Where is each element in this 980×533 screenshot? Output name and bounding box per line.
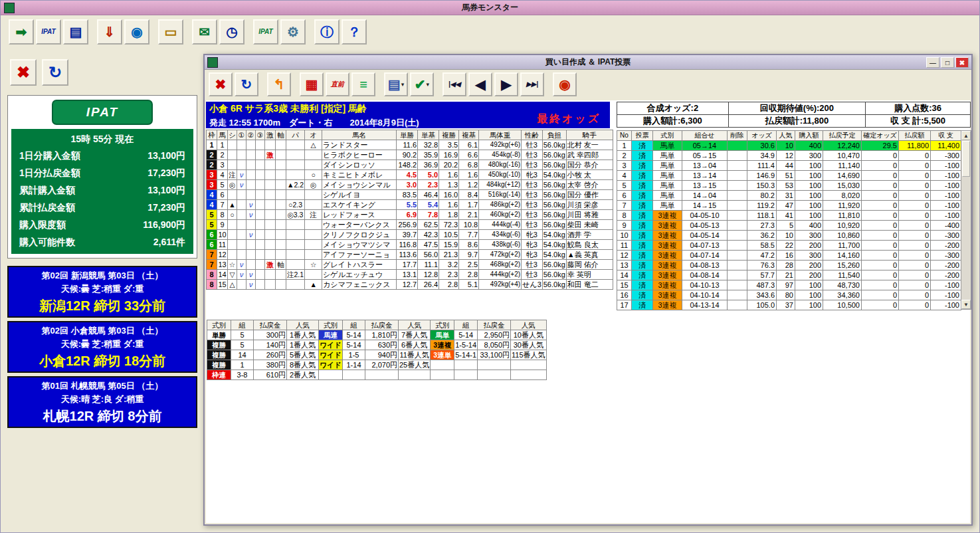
payout-col-header: 組	[343, 320, 365, 330]
status-row: 1日分払戻金額17,230円	[11, 165, 193, 182]
race-panel-3[interactable]: 第01回 札幌競馬 第05日 （土）天候:晴 芝:良 ダ:稍重札幌12R 締切 …	[7, 376, 197, 428]
first-race-button[interactable]: |◀◀	[442, 72, 466, 96]
next-race-button[interactable]: ▶	[494, 72, 518, 96]
bet-row-11[interactable]: 11済3連複04-07-1358.52220011,70000-200	[617, 241, 961, 251]
clock-button[interactable]: ◷	[219, 19, 245, 45]
horse-row-2[interactable]: 22激ヒラボクヒーロー90.235.916.96.6454kg(-8)牡356.…	[207, 150, 613, 160]
bet-row-7[interactable]: 7済馬単14→15119.24710011,92000-100	[617, 201, 961, 211]
payout-cell: 0	[899, 261, 931, 270]
odds-sheet-button[interactable]: ▦	[300, 72, 324, 96]
jockey-cell: 柴田 未崎	[566, 220, 613, 230]
bet-row-6[interactable]: 6済馬単14→0480.2311008,02000-100	[617, 191, 961, 201]
horse-row-5[interactable]: 35◎ν▲2.2◎メイショウシンマル3.02.31.31.2484kg(+12)…	[207, 180, 613, 190]
web-button[interactable]: ◉	[124, 19, 149, 45]
payout-amount-cell: 33,100円	[478, 350, 511, 360]
horse-row-3[interactable]: 23ダイシンロッソ148.236.920.26.8480kg(-16)牡356.…	[207, 160, 613, 170]
bet-row-9[interactable]: 9済3連複04-05-1327.3540010,92000-400	[617, 221, 961, 231]
bet-table-scrollbar[interactable]: ▲ ▼	[961, 130, 971, 310]
horse-row-1[interactable]: 11△ランドスター11.632.83.56.1492kg(+6)牡356.0kg…	[207, 140, 613, 150]
ipat-info-button[interactable]: IPAT	[36, 19, 61, 45]
payout-type-cell: 複勝	[207, 360, 231, 370]
delete-cell	[728, 161, 747, 171]
folder-button[interactable]: ▭	[158, 19, 183, 45]
scroll-up-icon[interactable]: ▲	[961, 131, 971, 140]
scrollbar-thumb[interactable]	[962, 141, 970, 177]
horse-row-8[interactable]: 58○ν◎3.3注レッドフォース6.97.81.82.1460kg(+2)牡35…	[207, 210, 613, 220]
amount-cell: 100	[795, 290, 823, 300]
undo-button[interactable]: ↰	[267, 72, 291, 96]
bet-row-15[interactable]: 15済3連複04-10-13487.39710048,73000-100	[617, 280, 961, 290]
ipat-vote-button[interactable]: IPAT	[253, 19, 278, 45]
bet-row-1[interactable]: 1済馬単05→1430.61040012,24029.511,80011,400	[617, 141, 961, 151]
bet-row-4[interactable]: 4済馬単13→14146.95110014,69000-100	[617, 171, 961, 181]
bet-row-8[interactable]: 8済3連複04-05-10118.14110011,81000-100	[617, 211, 961, 221]
bet-row-12[interactable]: 12済3連複04-07-1447.21630014,16000-300	[617, 251, 961, 261]
mark-cell	[246, 220, 256, 230]
bet-row-14[interactable]: 14済3連複04-08-1457.72120011,54000-200	[617, 270, 961, 280]
frame-number-cell: 2	[207, 150, 217, 160]
bet-col-header: 払戻額	[899, 131, 931, 141]
bet-row-17[interactable]: 17済3連複04-13-14105.03710010,50000-100	[617, 300, 961, 310]
mark-list-button[interactable]: ≡	[351, 72, 375, 96]
load-cell: 56.0kg	[542, 150, 566, 160]
horse-row-4[interactable]: 34注ν○キミニヒトメボレ4.55.01.61.6450kg(-10)牝354.…	[207, 170, 613, 180]
horse-row-11[interactable]: 611メイショウマツシマ116.847.515.98.6438kg(-6)牝35…	[207, 240, 613, 250]
jockey-cell: 川須 栄彦	[566, 200, 613, 210]
horse-row-12[interactable]: 712アイファーソーニョ113.656.021.39.7472kg(+2)牝35…	[207, 250, 613, 260]
payout-amount-cell: 300円	[254, 330, 287, 340]
help-button[interactable]: ？	[342, 19, 367, 45]
horse-row-6[interactable]: 46シゲルイヨ83.546.416.08.4516kg(-14)牡356.0kg…	[207, 190, 613, 200]
exit-button[interactable]: ➡	[9, 19, 34, 45]
bet-row-10[interactable]: 10済3連複04-05-1436.21030010,86000-300	[617, 231, 961, 241]
fixed-odds-cell: 0	[862, 251, 899, 261]
report-button[interactable]: ▤	[63, 19, 88, 45]
bet-no-cell: 13	[617, 261, 632, 270]
maximize-button[interactable]: □	[941, 57, 954, 68]
bet-row-3[interactable]: 3済馬単13→04111.44410011,14000-100	[617, 161, 961, 171]
mark-cell: ν	[246, 210, 256, 220]
bet-row-13[interactable]: 13済3連複04-08-1376.32820015,26000-200	[617, 261, 961, 270]
download-button[interactable]: ⇓	[97, 19, 122, 45]
close-window-button[interactable]: ✖	[955, 57, 969, 68]
expected-payout-cell: 11,810	[823, 211, 862, 221]
exit-icon: ➡	[16, 25, 27, 39]
close-button[interactable]: ✖	[10, 59, 37, 86]
summary-cell: 払戻額計:11,800	[728, 115, 865, 128]
mark-cell	[276, 170, 286, 180]
bet-row-5[interactable]: 5済馬単13→15150.35310015,03000-100	[617, 181, 961, 191]
horse-row-13[interactable]: 713☆ν激軸☆グレイトハスラー17.711.13.22.5468kg(+2)牡…	[207, 260, 613, 270]
horse-row-10[interactable]: 610νクリノフクロクジュ39.742.310.57.7434kg(-6)牝35…	[207, 230, 613, 240]
sex-age-cell: せん3	[522, 280, 543, 290]
race-panel-1[interactable]: 第02回 新潟競馬 第03日 （土）天候:曇 芝:稍重 ダ:重新潟12R 締切 …	[7, 266, 197, 318]
horse-row-14[interactable]: 814▽νν注2.1シゲルエッチュウ13.112.82.32.8444kg(+2…	[207, 270, 613, 280]
refresh-button[interactable]: ↻	[42, 59, 68, 86]
close-button[interactable]: ✖	[209, 72, 233, 96]
target-button[interactable]: ◉	[553, 72, 577, 96]
balance-cell: -100	[931, 171, 961, 181]
prev-race-button[interactable]: ◀	[468, 72, 492, 96]
horse-row-7[interactable]: 47▲ν○2.3エスケイキング5.55.41.61.7486kg(+2)牡356…	[207, 200, 613, 210]
settings-button[interactable]: ⚙	[280, 19, 306, 45]
odds-cell: 27.3	[747, 221, 777, 231]
horse-row-15[interactable]: 815△ν▲カシマフェニックス12.726.42.85.1492kg(+4)せん…	[207, 280, 613, 290]
refresh-button[interactable]: ↻	[235, 72, 258, 96]
vote-check-button[interactable]: ✔▾	[410, 72, 434, 96]
mark-cell	[305, 240, 322, 250]
bet-row-2[interactable]: 2済馬単05→1534.91230010,47000-300	[617, 151, 961, 161]
info-button[interactable]: ⓘ	[314, 19, 340, 45]
vote-window-titlebar[interactable]: 買い目作成 ＆ IPAT投票 — □ ✖	[205, 55, 971, 70]
win-odds-cell: 3.0	[397, 180, 418, 190]
app-titlebar[interactable]: 馬券モンスター	[1, 1, 979, 15]
minimize-button[interactable]: —	[926, 57, 939, 68]
mark-cell	[237, 190, 246, 200]
bet-row-16[interactable]: 16済3連複04-10-14343.68010034,36000-100	[617, 290, 961, 300]
buy-list-button[interactable]: ▤▾	[384, 72, 408, 96]
scroll-down-icon[interactable]: ▼	[961, 300, 971, 309]
last-race-button[interactable]: ▶▶|	[520, 72, 544, 96]
payout-amount-cell: 260円	[254, 350, 287, 360]
mail-button[interactable]: ✉	[192, 19, 217, 45]
race-panel-2[interactable]: 第02回 小倉競馬 第03日 （土）天候:曇 芝:稍重 ダ:重小倉12R 締切 …	[7, 321, 197, 373]
horse-row-9[interactable]: 59ウォーターバンクス256.962.572.310.8444kg(-4)牡35…	[207, 220, 613, 230]
place-base-cell: 1.6	[459, 170, 479, 180]
chokuzen-button[interactable]: 直前	[326, 72, 349, 96]
